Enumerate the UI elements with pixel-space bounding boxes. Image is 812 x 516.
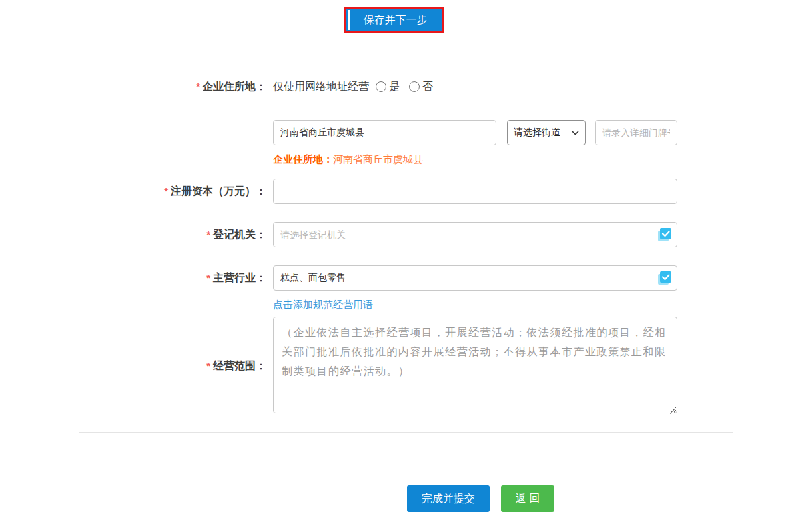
radio-no-input[interactable] bbox=[409, 81, 420, 92]
street-select[interactable]: 请选择街道 bbox=[507, 120, 586, 145]
save-next-button[interactable]: 保存并下一步 bbox=[344, 7, 444, 33]
industry-label: *主营行业： bbox=[0, 271, 273, 285]
capital-label: *注册资本（万元）： bbox=[0, 185, 273, 199]
scope-row: *经营范围： （企业依法自主选择经营项目，开展经营活动；依法须经批准的项目，经相… bbox=[0, 318, 812, 415]
back-button[interactable]: 返 回 bbox=[501, 485, 554, 512]
picker-checkbox-icon[interactable] bbox=[657, 227, 673, 243]
section-divider bbox=[79, 432, 733, 433]
web-address-only-text: 仅使用网络地址经营 bbox=[273, 80, 369, 94]
industry-input[interactable] bbox=[273, 265, 677, 291]
residence-note-label: 企业住所地： bbox=[273, 153, 333, 165]
web-address-radio-group: 是 否 bbox=[376, 80, 433, 94]
residence-note: 企业住所地：河南省商丘市虞城县 bbox=[273, 153, 423, 166]
picker-checkbox-icon[interactable] bbox=[657, 270, 673, 286]
industry-row: *主营行业： bbox=[0, 265, 812, 291]
radio-yes[interactable]: 是 bbox=[376, 80, 400, 94]
radio-yes-label: 是 bbox=[389, 80, 400, 94]
authority-input[interactable] bbox=[273, 222, 677, 247]
radio-no-label: 否 bbox=[422, 80, 433, 94]
required-asterisk: * bbox=[164, 185, 168, 197]
street-select-value: 请选择街道 bbox=[514, 127, 560, 139]
residence-row: *企业住所地： 仅使用网络地址经营 是 否 bbox=[0, 77, 812, 97]
registration-form-page: 保存并下一步 *企业住所地： 仅使用网络地址经营 是 否 bbox=[0, 0, 812, 516]
authority-label: *登记机关： bbox=[0, 228, 273, 242]
required-asterisk: * bbox=[196, 81, 200, 92]
residence-note-value: 河南省商丘市虞城县 bbox=[333, 153, 423, 165]
add-terms-row: 点击添加规范经营用语 bbox=[0, 297, 812, 312]
capital-row: *注册资本（万元）： bbox=[0, 179, 812, 204]
scope-textarea[interactable]: （企业依法自主选择经营项目，开展经营活动；依法须经批准的项目，经相关部门批准后依… bbox=[273, 317, 677, 413]
authority-row: *登记机关： bbox=[0, 222, 812, 247]
radio-no[interactable]: 否 bbox=[409, 80, 433, 94]
radio-yes-input[interactable] bbox=[376, 81, 386, 92]
required-asterisk: * bbox=[206, 229, 210, 240]
residence-label: *企业住所地： bbox=[0, 80, 273, 94]
submit-button[interactable]: 完成并提交 bbox=[407, 485, 490, 512]
residence-note-row: 企业住所地：河南省商丘市虞城县 bbox=[0, 152, 812, 167]
footer-actions: 完成并提交 返 回 bbox=[278, 485, 683, 512]
save-next-highlight: 保存并下一步 bbox=[0, 7, 812, 33]
add-standard-terms-link[interactable]: 点击添加规范经营用语 bbox=[273, 299, 373, 311]
chevron-down-icon bbox=[572, 131, 579, 135]
scope-label: *经营范围： bbox=[0, 359, 273, 373]
region-input[interactable] bbox=[273, 120, 496, 145]
required-asterisk: * bbox=[206, 360, 210, 371]
address-row: 请选择街道 bbox=[0, 120, 812, 145]
capital-input[interactable] bbox=[273, 179, 677, 204]
required-asterisk: * bbox=[206, 272, 210, 283]
address-detail-input[interactable] bbox=[595, 120, 677, 145]
